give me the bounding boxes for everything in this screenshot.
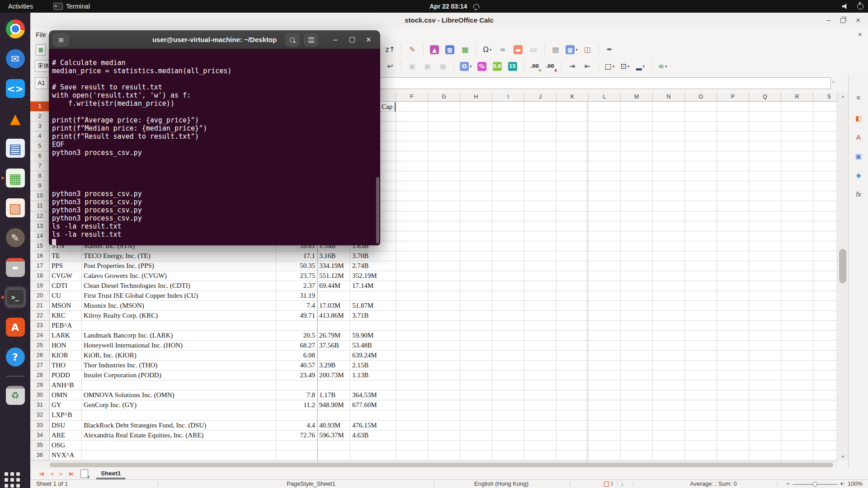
cell-S10[interactable]: [813, 191, 837, 201]
cell-N20[interactable]: [653, 291, 685, 301]
dock-item-vscode[interactable]: <>: [5, 78, 26, 99]
cell-E29[interactable]: [350, 380, 396, 390]
scroll-down-icon[interactable]: ▼: [837, 455, 849, 459]
row-header-11[interactable]: 11: [30, 201, 50, 211]
cell-C33[interactable]: 4.4: [276, 421, 317, 431]
cell-Q5[interactable]: [749, 141, 781, 151]
cell-A20[interactable]: CU: [50, 291, 82, 301]
cell-F26[interactable]: [396, 351, 428, 361]
cell-N22[interactable]: [653, 311, 685, 321]
cell-R14[interactable]: [781, 231, 813, 241]
cell-B28[interactable]: Insulet Corporation (PODD): [82, 371, 276, 380]
cell-L18[interactable]: [589, 271, 621, 281]
cell-O19[interactable]: [685, 281, 717, 291]
cell-M3[interactable]: [621, 122, 653, 131]
cell-A21[interactable]: MSON: [50, 301, 82, 311]
insert-hyperlink-button[interactable]: ∞: [496, 43, 509, 56]
cell-P17[interactable]: [717, 261, 749, 271]
cell-I3[interactable]: [492, 122, 524, 131]
cell-N9[interactable]: [653, 181, 685, 191]
cell-L19[interactable]: [589, 281, 621, 291]
cell-A25[interactable]: HON: [50, 341, 82, 351]
cell-J20[interactable]: [524, 291, 557, 301]
cell-O26[interactable]: [685, 351, 717, 361]
cell-G33[interactable]: [428, 421, 460, 431]
cell-H25[interactable]: [460, 341, 492, 351]
cell-N4[interactable]: [653, 131, 685, 141]
cell-H34[interactable]: [460, 431, 492, 441]
cell-L27[interactable]: [589, 361, 621, 371]
cell-B23[interactable]: [82, 321, 276, 331]
cell-O34[interactable]: [685, 431, 717, 441]
cell-E36[interactable]: [350, 450, 396, 460]
cell-B26[interactable]: KiOR, Inc. (KIOR): [82, 351, 276, 361]
cell-G19[interactable]: [428, 281, 460, 291]
cell-N25[interactable]: [653, 341, 685, 351]
cell-S32[interactable]: [813, 410, 837, 420]
cell-J22[interactable]: [524, 311, 557, 321]
cell-L21[interactable]: [589, 301, 621, 311]
cell-O32[interactable]: [685, 410, 717, 420]
cell-Q26[interactable]: [749, 351, 781, 361]
cell-Q30[interactable]: [749, 390, 781, 400]
horizontal-scroll-handle[interactable]: [50, 463, 833, 467]
cell-K6[interactable]: [557, 151, 589, 161]
cell-L29[interactable]: [589, 380, 621, 390]
cell-C31[interactable]: 11.2: [276, 400, 317, 410]
cell-N11[interactable]: [653, 201, 685, 211]
cell-L22[interactable]: [589, 311, 621, 321]
cell-D30[interactable]: 1.17B: [317, 390, 350, 400]
cell-M34[interactable]: [621, 431, 653, 441]
cell-J26[interactable]: [524, 351, 557, 361]
cell-I17[interactable]: [492, 261, 524, 271]
cell-H11[interactable]: [460, 201, 492, 211]
cell-F35[interactable]: [396, 441, 428, 450]
cell-G34[interactable]: [428, 431, 460, 441]
cell-J6[interactable]: [524, 151, 557, 161]
format-as-percent-button[interactable]: %: [475, 60, 489, 73]
cell-O8[interactable]: [685, 171, 717, 181]
cell-B32[interactable]: [82, 410, 276, 420]
cell-O27[interactable]: [685, 361, 717, 371]
cell-I2[interactable]: [492, 112, 524, 122]
cell-O15[interactable]: [685, 241, 717, 251]
cell-S23[interactable]: [813, 321, 837, 331]
cell-M32[interactable]: [621, 410, 653, 420]
cell-E16[interactable]: 3.70B: [350, 251, 396, 261]
cell-B36[interactable]: [82, 450, 276, 460]
cell-R9[interactable]: [781, 181, 813, 191]
cell-S9[interactable]: [813, 181, 837, 191]
cell-F19[interactable]: [396, 281, 428, 291]
cell-B20[interactable]: First Trust ISE Global Copper Index (CU): [82, 291, 276, 301]
merge-cells-button[interactable]: ▣: [421, 60, 434, 73]
cell-K17[interactable]: [557, 261, 589, 271]
cell-O33[interactable]: [685, 421, 717, 431]
cell-M26[interactable]: [621, 351, 653, 361]
cell-C27[interactable]: 40.57: [276, 361, 317, 371]
cell-C23[interactable]: [276, 321, 317, 331]
cell-K30[interactable]: [557, 390, 589, 400]
increase-indent-button[interactable]: ⇥: [566, 60, 579, 73]
cell-M27[interactable]: [621, 361, 653, 371]
cell-E28[interactable]: 1.13B: [350, 371, 396, 380]
cell-L26[interactable]: [589, 351, 621, 361]
cell-O31[interactable]: [685, 400, 717, 410]
cell-Q9[interactable]: [749, 181, 781, 191]
cell-B21[interactable]: Misonix Inc. (MSON): [82, 301, 276, 311]
terminal-scrollbar-handle[interactable]: [376, 177, 379, 244]
cell-I22[interactable]: [492, 311, 524, 321]
insert-chart-button[interactable]: ▦: [443, 43, 457, 56]
cell-K4[interactable]: [557, 131, 589, 141]
cell-C19[interactable]: 2.37: [276, 281, 317, 291]
conditional-formatting-button[interactable]: ≡▾: [656, 60, 670, 73]
cell-F7[interactable]: [396, 161, 428, 171]
cell-P14[interactable]: [717, 231, 749, 241]
cell-A33[interactable]: DSU: [50, 421, 82, 431]
cell-J10[interactable]: [524, 191, 557, 201]
cell-M16[interactable]: [621, 251, 653, 261]
cell-P9[interactable]: [717, 181, 749, 191]
cell-M18[interactable]: [621, 271, 653, 281]
cell-D25[interactable]: 37.56B: [317, 341, 350, 351]
cell-L20[interactable]: [589, 291, 621, 301]
cell-S16[interactable]: [813, 251, 837, 261]
